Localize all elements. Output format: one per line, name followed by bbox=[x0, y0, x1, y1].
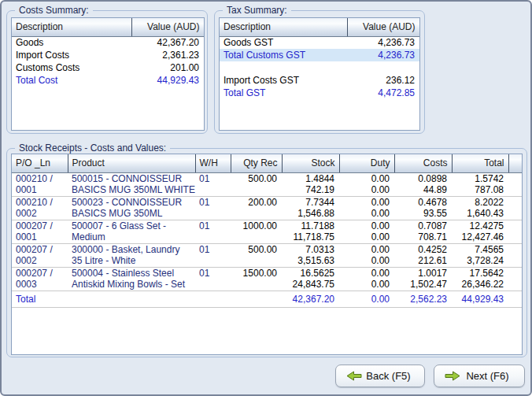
stock-cell: 1,546.88 bbox=[282, 208, 339, 220]
summary-row[interactable]: Goods GST4,236.73 bbox=[220, 36, 419, 49]
wh-cell: 01 bbox=[195, 196, 231, 208]
qty-rec-cell bbox=[231, 255, 282, 267]
po-ln-cell: 000210 / bbox=[12, 196, 68, 208]
summary-description: Total Customs GST bbox=[220, 49, 347, 61]
stock-row-line2[interactable]: 0002BASICS MUG 350ML 1,546.880.0093.551,… bbox=[12, 208, 522, 220]
filler-cell bbox=[508, 172, 522, 184]
qty-rec-cell bbox=[231, 231, 282, 243]
stock-row-line1[interactable]: 000210 /500015 - CONNOISSEUR01500.001.48… bbox=[12, 172, 522, 184]
summary-row[interactable]: Total Cost44,929.43 bbox=[12, 74, 204, 87]
column-header-duty: Duty bbox=[339, 154, 394, 172]
total-cell: 44,929.43 bbox=[452, 291, 508, 307]
product-cell: 500015 - CONNOISSEUR bbox=[68, 172, 195, 184]
summary-row[interactable] bbox=[220, 61, 419, 74]
product-cell: 500023 - CONNOISSEUR bbox=[68, 196, 195, 208]
duty-cell: 0.00 bbox=[339, 220, 394, 231]
qty-rec-cell: 1500.00 bbox=[231, 267, 282, 279]
costs-cell: 2,562.23 bbox=[394, 291, 452, 307]
costs-cell: 0.4678 bbox=[394, 196, 452, 208]
costs-cell: 1,502.47 bbox=[394, 279, 452, 291]
stock-row-line1[interactable]: 000210 /500023 - CONNOISSEUR01200.007.73… bbox=[12, 196, 522, 208]
total-cell: 1.5742 bbox=[452, 172, 508, 184]
summary-row[interactable]: Import Costs2,361.23 bbox=[12, 49, 204, 61]
stock-row-line1[interactable]: 000207 /300000 - Basket, Laundry01500.00… bbox=[12, 243, 522, 255]
qty-rec-cell: 500.00 bbox=[231, 172, 282, 184]
summary-row[interactable]: Import Costs GST236.12 bbox=[220, 74, 419, 87]
summary-description: Goods GST bbox=[220, 36, 347, 49]
product-cell: Antiskid Mixing Bowls - Set bbox=[68, 279, 195, 291]
po-ln-cell: 000207 / bbox=[12, 243, 68, 255]
stock-row-line2[interactable]: 0001Medium 11,718.750.00708.7112,427.46 bbox=[12, 231, 522, 243]
qty-rec-cell: 200.00 bbox=[231, 196, 282, 208]
product-cell: 300000 - Basket, Laundry bbox=[68, 243, 195, 255]
column-header-wh: W/H bbox=[195, 154, 231, 172]
summary-description: Goods bbox=[12, 36, 131, 49]
summary-row[interactable]: Total Customs GST4,236.73 bbox=[220, 49, 419, 61]
wh-cell bbox=[195, 255, 231, 267]
total-cell: 26,346.22 bbox=[452, 279, 508, 291]
summary-value: 201.00 bbox=[131, 61, 204, 74]
stock-row-line2[interactable]: 0001BASICS MUG 350ML WHITE 742.190.0044.… bbox=[12, 184, 522, 196]
summary-value: 44,929.43 bbox=[131, 74, 204, 87]
next-arrow-icon bbox=[445, 371, 460, 381]
column-header-value-aud: Value (AUD) bbox=[131, 18, 204, 36]
duty-cell: 0.00 bbox=[339, 172, 394, 184]
summary-value bbox=[347, 61, 419, 74]
summary-value: 42,367.20 bbox=[131, 36, 204, 49]
back-button[interactable]: Back (F5) bbox=[335, 365, 425, 387]
filler-cell bbox=[508, 267, 522, 279]
qty-rec-cell: 1000.00 bbox=[231, 220, 282, 231]
qty-rec-cell bbox=[231, 279, 282, 291]
filler-cell bbox=[508, 231, 522, 243]
stock-row-line2[interactable]: 0003Antiskid Mixing Bowls - Set 24,843.7… bbox=[12, 279, 522, 291]
tax-summary-groupbox: Tax Summary: Description Value (AUD) Goo… bbox=[214, 10, 425, 134]
po-ln-cell: 0001 bbox=[12, 184, 68, 196]
qty-rec-cell bbox=[231, 208, 282, 220]
wh-cell bbox=[195, 208, 231, 220]
product-cell: Medium bbox=[68, 231, 195, 243]
stock-row-line2[interactable]: 000235 Litre - White 3,515.630.00212.613… bbox=[12, 255, 522, 267]
summary-value: 2,361.23 bbox=[131, 49, 204, 61]
summary-description: Import Costs GST bbox=[220, 74, 347, 87]
summary-row[interactable]: Goods42,367.20 bbox=[12, 36, 204, 49]
filler-cell bbox=[508, 279, 522, 291]
filler-cell bbox=[508, 220, 522, 231]
costs-summary-table: Description Value (AUD) Goods42,367.20Im… bbox=[11, 17, 205, 131]
costs-summary-groupbox: Costs Summary: Description Value (AUD) G… bbox=[6, 10, 208, 134]
product-cell: 500007 - 6 Glass Set - bbox=[68, 220, 195, 231]
stock-receipts-title: Stock Receipts - Costs and Values: bbox=[15, 142, 170, 154]
duty-cell: 0.00 bbox=[339, 231, 394, 243]
column-header-qty-rec: Qty Rec bbox=[231, 154, 282, 172]
qty-rec-cell: 500.00 bbox=[231, 243, 282, 255]
summary-value: 4,236.73 bbox=[347, 36, 419, 49]
stock-row-line1[interactable]: 000207 /500007 - 6 Glass Set -011000.001… bbox=[12, 220, 522, 231]
total-cell: 7.4565 bbox=[452, 243, 508, 255]
summary-description: Total Cost bbox=[12, 74, 131, 87]
po-ln-cell: 000210 / bbox=[12, 172, 68, 184]
summary-value: 4,472.85 bbox=[347, 87, 419, 99]
summary-row[interactable]: Customs Costs201.00 bbox=[12, 61, 204, 74]
tax-summary-title: Tax Summary: bbox=[223, 5, 291, 16]
summary-row[interactable]: Total GST4,472.85 bbox=[220, 87, 419, 99]
column-header-filler bbox=[508, 154, 522, 172]
filler-cell bbox=[508, 196, 522, 208]
summary-value: 4,236.73 bbox=[347, 49, 419, 61]
next-button[interactable]: Next (F6) bbox=[434, 365, 525, 387]
tax-summary-header-row: Description Value (AUD) bbox=[220, 18, 419, 36]
costs-cell: 0.4252 bbox=[394, 243, 452, 255]
po-ln-cell: 0001 bbox=[12, 231, 68, 243]
stock-cell: 7.0313 bbox=[282, 243, 339, 255]
column-header-product: Product bbox=[68, 154, 195, 172]
stock-cell: 11.7188 bbox=[282, 220, 339, 231]
summary-description: Customs Costs bbox=[12, 61, 131, 74]
column-header-description: Description bbox=[12, 18, 131, 36]
wh-cell bbox=[195, 231, 231, 243]
product-cell bbox=[68, 291, 195, 307]
stock-row-line1[interactable]: 000207 /500004 - Stainless Steel011500.0… bbox=[12, 267, 522, 279]
column-header-po-ln: P/O _Ln bbox=[12, 154, 68, 172]
filler-cell bbox=[508, 208, 522, 220]
filler-cell bbox=[508, 243, 522, 255]
stock-cell: 1.4844 bbox=[282, 172, 339, 184]
stock-cell: 42,367.20 bbox=[282, 291, 339, 307]
po-ln-cell: 0002 bbox=[12, 255, 68, 267]
